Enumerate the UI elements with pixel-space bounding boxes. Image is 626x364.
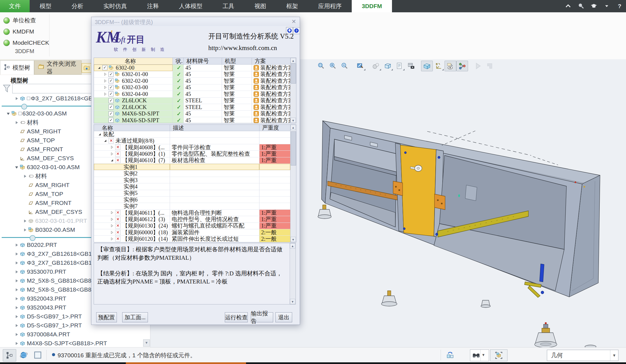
row-checkbox[interactable]: ✓: [108, 91, 114, 96]
tab-文件夹浏览器[interactable]: 文件夹浏览器: [34, 60, 82, 75]
menu-item-文件[interactable]: 文件: [0, 0, 30, 12]
tree-item-M4X8-SD-SJPT<GB818>.PRT[interactable]: M4X8-SD-SJPT<GB818>.PRT: [0, 339, 150, 347]
regenerate-icon[interactable]: [446, 350, 455, 359]
rule-expander-closed[interactable]: [110, 145, 114, 150]
parts-row[interactable]: ✓6302-02-00✓45智莱装配检查方案: [94, 78, 290, 84]
button-加工面...[interactable]: 加工面...: [122, 312, 148, 322]
menu-item-模型[interactable]: 模型: [30, 0, 62, 12]
screen-capture-button[interactable]: [405, 61, 417, 71]
splitter-handle[interactable]: [30, 235, 36, 241]
menu-item-框架[interactable]: 框架: [276, 0, 308, 12]
tree-scroll-down-button[interactable]: ▼: [143, 339, 150, 347]
dialog-titlebar[interactable]: 3DDFM--- (超级管理员) ✕: [91, 17, 300, 26]
analysis-text-area[interactable]: 【审查项目】: 根据客户类型使用场景对机柜各部件材料选用是否合适做判断（对应材料…: [94, 243, 296, 304]
rule-row[interactable]: 实例4: [94, 183, 290, 190]
rules-col-严重度[interactable]: 严重度: [259, 125, 290, 131]
scroll-thumb[interactable]: [291, 131, 296, 166]
rule-row[interactable]: 装配: [94, 131, 290, 138]
scroll-down[interactable]: ▼: [290, 118, 296, 123]
select-box-button[interactable]: [490, 349, 507, 361]
parts-table-scrollbar[interactable]: ▲▼: [290, 58, 296, 123]
dialog-help-button[interactable]: ?: [293, 27, 300, 34]
rules-table-scrollbar[interactable]: ▲▼: [290, 125, 296, 242]
tree-expander-closed[interactable]: [13, 341, 20, 346]
tree-expander-closed[interactable]: [13, 270, 20, 274]
rule-expander-closed[interactable]: [110, 237, 114, 241]
help-icon[interactable]: ?: [616, 3, 623, 10]
new-folder-button[interactable]: [82, 63, 92, 73]
parts-row[interactable]: ✓M4X6-SD-SJPT✓45智莱装配检查方案: [94, 111, 290, 117]
tree-expander-closed[interactable]: [13, 332, 20, 337]
tree-item-93700084A.PRT[interactable]: 93700084A.PRT: [0, 330, 150, 339]
menu-item-注释[interactable]: 注释: [137, 0, 169, 12]
row-expander-closed[interactable]: [103, 92, 107, 96]
ribbon-button-单位检查[interactable]: 单位检查: [3, 16, 36, 25]
rule-row[interactable]: ✕【规则60120】(14)紧固件伸出长度过长或过短2:一般: [94, 236, 290, 242]
parts-row[interactable]: ✓6302-01-00✓45智莱装配检查方案: [94, 71, 290, 78]
tree-expander-closed[interactable]: [13, 278, 20, 283]
repaint-button[interactable]: [355, 61, 366, 71]
row-expander-closed[interactable]: [103, 72, 107, 77]
parts-col-状.[interactable]: 状.: [173, 58, 184, 65]
collapse-ribbon-icon[interactable]: [564, 3, 572, 10]
parts-col-方案[interactable]: 方案: [252, 58, 290, 65]
rule-row[interactable]: ✕【规则60000】(18)漏装紧固件2:一般: [94, 229, 290, 236]
ribbon-button-KMDFM[interactable]: KMDFM: [3, 27, 34, 36]
rule-row[interactable]: 实例7: [94, 203, 290, 209]
tab-模型树[interactable]: 模型树: [0, 60, 34, 75]
tree-expander-closed[interactable]: [13, 243, 20, 247]
row-checkbox[interactable]: ✓: [108, 118, 114, 123]
tree-expander-closed[interactable]: [13, 305, 20, 310]
rule-row[interactable]: ✕【规则40608】(...零件间干涉检查1:严重: [94, 144, 290, 151]
tree-toggle-button[interactable]: [3, 349, 16, 361]
menu-item-工具[interactable]: 工具: [212, 0, 244, 12]
scroll-up[interactable]: ▲: [290, 125, 296, 130]
tree-expander-closed[interactable]: [13, 287, 20, 292]
menu-item-3DDFM[interactable]: 3DDFM: [352, 0, 392, 12]
parts-row[interactable]: ✓6302-03-00✓45智莱装配检查方案: [94, 84, 290, 91]
blank-window-icon[interactable]: [34, 351, 42, 359]
tree-expander-closed[interactable]: [13, 252, 20, 256]
analysis-scroll-down[interactable]: ▼: [290, 299, 295, 304]
rule-expander-closed[interactable]: [110, 211, 114, 215]
row-checkbox[interactable]: ✓: [108, 72, 114, 77]
tree-expander-closed[interactable]: [22, 174, 28, 178]
scroll-thumb[interactable]: [291, 63, 296, 84]
menu-item-应用程序[interactable]: 应用程序: [308, 0, 352, 12]
display-style-button[interactable]: [370, 61, 382, 71]
rule-expander-closed[interactable]: [110, 217, 114, 221]
web-browser-icon[interactable]: [20, 351, 28, 359]
rule-expander-open[interactable]: [110, 158, 114, 163]
tree-expander-closed[interactable]: [13, 323, 20, 328]
button-运行检查[interactable]: 运行检查: [225, 312, 248, 322]
row-checkbox[interactable]: ✓: [102, 65, 107, 70]
find-button[interactable]: ▼: [470, 349, 489, 361]
row-expander-closed[interactable]: [103, 85, 107, 90]
parts-row[interactable]: ✓ZL6LOCK✓STEEL智莱装配检查方案: [94, 104, 290, 111]
select-caret-icon[interactable]: ▼: [610, 350, 618, 361]
scroll-down[interactable]: ▼: [290, 237, 296, 242]
tree-expander-open[interactable]: [13, 165, 20, 169]
rule-row[interactable]: 实例5: [94, 190, 290, 197]
annotation-display-button[interactable]: [445, 61, 456, 71]
row-expander-closed[interactable]: [103, 79, 107, 83]
button-退出[interactable]: 退出: [275, 312, 292, 322]
parts-row[interactable]: ✓6302-00✓45智莱装配检查方案: [94, 65, 290, 71]
tree-expander-closed[interactable]: [13, 314, 20, 319]
tree-expander-closed[interactable]: [22, 228, 28, 232]
button-预配置[interactable]: 预配置: [96, 312, 117, 322]
rule-row[interactable]: ✕【规则40609】(1)零件选型匹配、装配完整性检查1:严重: [94, 151, 290, 157]
ribbon-button-ModelCHECK[interactable]: ModelCHECK: [3, 38, 49, 48]
rule-row[interactable]: ✕【规则60130】(24)螺钉与螺孔直径或螺距不匹配1:严重: [94, 223, 290, 229]
row-expander-open[interactable]: [97, 65, 101, 70]
tree-expander-closed[interactable]: [13, 120, 20, 125]
row-checkbox[interactable]: ✓: [108, 98, 114, 103]
rules-col-描述[interactable]: 描述: [170, 125, 259, 131]
menu-item-人体模型[interactable]: 人体模型: [169, 0, 212, 12]
menu-item-实时仿真[interactable]: 实时仿真: [93, 0, 137, 12]
row-checkbox[interactable]: ✓: [108, 105, 114, 110]
parts-col-机型[interactable]: 机型: [222, 58, 252, 65]
row-checkbox[interactable]: ✓: [108, 85, 114, 90]
rule-expander-open[interactable]: [103, 139, 107, 143]
spin-center-button[interactable]: [456, 61, 468, 71]
